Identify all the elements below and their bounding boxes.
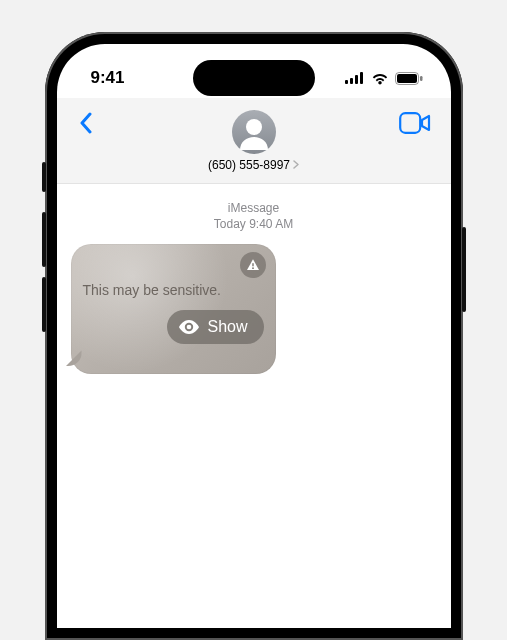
person-silhouette-icon: [232, 110, 276, 154]
svg-rect-0: [345, 80, 348, 84]
contact-name-button[interactable]: (650) 555-8997: [208, 158, 299, 172]
svg-rect-3: [360, 72, 363, 84]
service-label: iMessage: [71, 200, 437, 216]
video-camera-icon: [399, 112, 431, 134]
battery-icon: [395, 72, 423, 85]
facetime-video-button[interactable]: [397, 108, 433, 138]
status-time: 9:41: [91, 68, 125, 88]
thread-timestamp: Today 9:40 AM: [71, 216, 437, 232]
cellular-signal-icon: [345, 72, 365, 84]
sensitive-content-bubble[interactable]: This may be sensitive. Show: [71, 244, 276, 374]
contact-avatar[interactable]: [232, 110, 276, 154]
phone-frame: 9:41: [45, 32, 463, 640]
volume-down-button: [42, 277, 46, 332]
svg-point-8: [246, 119, 262, 135]
thread-meta: iMessage Today 9:40 AM: [71, 200, 437, 232]
svg-point-11: [187, 325, 192, 330]
show-button-label: Show: [207, 318, 247, 336]
ringer-switch: [42, 162, 46, 192]
message-row: This may be sensitive. Show: [71, 244, 437, 374]
show-button[interactable]: Show: [167, 310, 263, 344]
volume-up-button: [42, 212, 46, 267]
svg-rect-5: [397, 74, 417, 83]
warning-triangle-icon: [246, 258, 260, 272]
sensitive-content-label: This may be sensitive.: [83, 282, 264, 298]
contact-number-label: (650) 555-8997: [208, 158, 290, 172]
dynamic-island: [193, 60, 315, 96]
back-button[interactable]: [71, 108, 101, 138]
wifi-icon: [371, 72, 389, 85]
svg-rect-2: [355, 75, 358, 84]
svg-point-10: [252, 268, 254, 270]
warning-badge: [240, 252, 266, 278]
svg-rect-1: [350, 78, 353, 84]
chevron-left-icon: [79, 112, 93, 134]
svg-rect-7: [400, 113, 420, 133]
svg-rect-9: [252, 263, 253, 267]
message-thread: iMessage Today 9:40 AM This may be sensi…: [57, 184, 451, 384]
screen: 9:41: [57, 44, 451, 628]
chevron-right-icon: [293, 159, 299, 171]
power-button: [462, 227, 466, 312]
bubble-tail: [66, 350, 82, 366]
conversation-header: (650) 555-8997: [57, 98, 451, 184]
svg-rect-6: [420, 76, 423, 81]
eye-icon: [179, 320, 199, 334]
status-indicators: [345, 72, 423, 85]
